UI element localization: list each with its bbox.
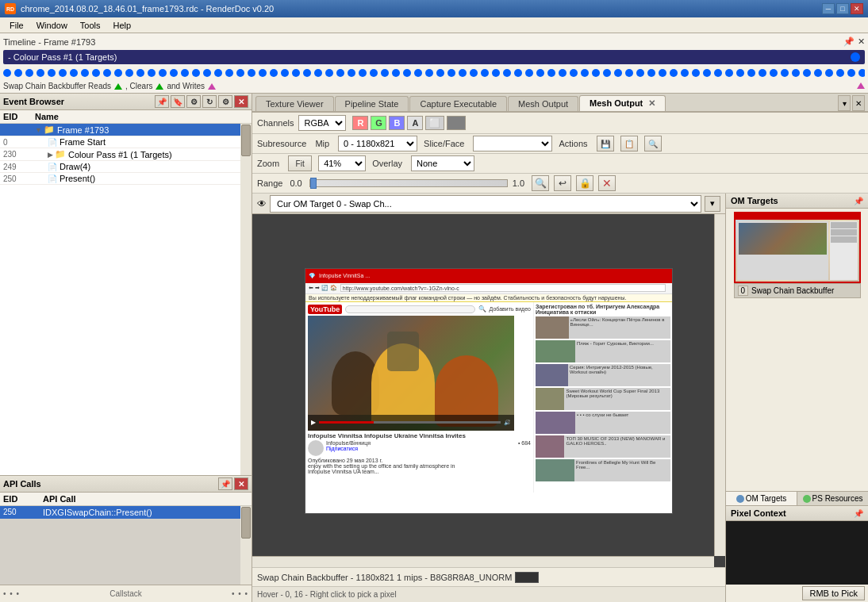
texture-hscroll[interactable] bbox=[252, 556, 714, 567]
yt-add-btn: Добавить видео bbox=[490, 306, 531, 312]
range-reset-button[interactable]: ↩ bbox=[554, 175, 571, 191]
tab-pipeline-state[interactable]: Pipeline State bbox=[335, 96, 409, 111]
range-search-button[interactable]: 🔍 bbox=[532, 175, 549, 191]
eb-refresh-button[interactable]: ↻ bbox=[202, 95, 217, 108]
timeline-dot bbox=[825, 69, 833, 77]
texture-info-text: Swap Chain Backbuffer - 1180x821 1 mips … bbox=[257, 573, 512, 582]
om-ps-tab-label: PS Resources bbox=[812, 494, 863, 503]
sidebar-thumb-2: Пляж - Горит Суровые, Виктории... bbox=[536, 340, 670, 362]
zoom-fit-button[interactable]: Fit bbox=[288, 155, 312, 171]
tree-item-draw4[interactable]: 249 📄 Draw(4) bbox=[0, 161, 240, 173]
menu-window[interactable]: Window bbox=[30, 20, 74, 31]
mip-select[interactable]: 0 - 1180x821 bbox=[338, 136, 417, 151]
timeline-panel: Timeline - Frame #1793 📌 ✕ - Colour Pass… bbox=[0, 33, 868, 94]
timeline-dots bbox=[3, 66, 865, 80]
tree-item-label: Frame Start bbox=[60, 137, 106, 147]
target-dropdown-select[interactable]: Cur OM Target 0 - Swap Ch... bbox=[270, 195, 701, 213]
channel-solid-button[interactable] bbox=[447, 116, 466, 130]
ac-close-button[interactable]: ✕ bbox=[234, 477, 248, 490]
address-text: ⬅ ➡ 🔄 🏠 bbox=[309, 285, 337, 291]
rmb-pick-button[interactable]: RMB to Pick bbox=[802, 586, 865, 600]
swapchain-reads-text: Swap Chain Backbuffer Reads bbox=[3, 82, 111, 90]
channel-grey-button[interactable]: ⬜ bbox=[425, 116, 444, 130]
om-thumb-content bbox=[735, 213, 859, 282]
om-thumb-image[interactable] bbox=[734, 212, 861, 283]
close-button[interactable]: ✕ bbox=[851, 3, 863, 14]
eb-close-button[interactable]: ✕ bbox=[234, 95, 248, 108]
api-item-present[interactable]: 250 IDXGISwapChain::Present() bbox=[0, 506, 240, 519]
api-calls-scrollbar[interactable] bbox=[240, 506, 252, 585]
tree-item-frame-start[interactable]: 0 📄 Frame Start bbox=[0, 136, 240, 148]
timeline-dot bbox=[348, 69, 355, 77]
range-track[interactable] bbox=[309, 179, 508, 187]
slice-select[interactable] bbox=[473, 136, 552, 151]
tab-texture-viewer[interactable]: Texture Viewer bbox=[255, 96, 334, 111]
eb-bookmark-button[interactable]: 🔖 bbox=[171, 95, 185, 108]
overlay-select[interactable]: None bbox=[411, 155, 474, 171]
timeline-dot bbox=[81, 69, 89, 77]
yt-search-icon: 🔍 bbox=[478, 305, 486, 313]
timeline-dot bbox=[14, 69, 22, 77]
timeline-dot bbox=[481, 69, 489, 77]
ac-pin-button[interactable]: 📌 bbox=[218, 477, 232, 490]
menu-help[interactable]: Help bbox=[107, 20, 138, 31]
event-browser-controls: 📌 🔖 ⚙ ↻ ⚙ ✕ bbox=[155, 95, 248, 108]
yt-main-content: YouTube 🔍 Добавить видео bbox=[305, 302, 672, 493]
api-tree-header: EID API Call bbox=[0, 493, 252, 506]
om-tab-targets[interactable]: OM Targets bbox=[726, 492, 797, 505]
texture-vscroll[interactable] bbox=[714, 214, 725, 556]
thumb-title-3: Серия: Интригуем 2012-2015 (Новые, Worko… bbox=[568, 364, 670, 386]
mini-thumb-2 bbox=[831, 229, 857, 236]
thumb-title-4: Sweet Workout World Cup Super Final 2013… bbox=[564, 388, 670, 410]
progress-fill bbox=[319, 421, 374, 424]
tab-capture-executable[interactable]: Capture Executable bbox=[409, 96, 507, 111]
timeline-dot bbox=[125, 69, 133, 77]
mini-thumb-3 bbox=[831, 236, 857, 243]
eb-pin-button[interactable]: 📌 bbox=[155, 95, 169, 108]
tab-mesh-output-1[interactable]: Mesh Output bbox=[508, 96, 578, 111]
timeline-pin[interactable]: 📌 bbox=[843, 36, 855, 47]
tree-item-indent: 📄 Frame Start bbox=[35, 137, 106, 147]
menu-file[interactable]: File bbox=[3, 20, 30, 31]
eb-filter-button[interactable]: ⚙ bbox=[186, 95, 201, 108]
sidebar-thumb-5: • • • со слухи не бывает bbox=[536, 412, 670, 434]
pixel-context-title: Pixel Context bbox=[731, 508, 786, 518]
range-lock-button[interactable]: 🔒 bbox=[576, 175, 593, 191]
zoom-select[interactable]: 41% bbox=[318, 155, 366, 171]
om-tab-ps-resources[interactable]: PS Resources bbox=[797, 492, 868, 505]
eb-settings-button[interactable]: ⚙ bbox=[218, 95, 232, 108]
timeline-dot bbox=[836, 69, 844, 77]
menu-tools[interactable]: Tools bbox=[74, 20, 107, 31]
tab-close-all-button[interactable]: ✕ bbox=[852, 95, 865, 111]
om-pin-icon[interactable]: 📌 bbox=[854, 197, 863, 205]
minimize-button[interactable]: ─ bbox=[822, 3, 835, 14]
tree-item-present[interactable]: 250 📄 Present() bbox=[0, 173, 240, 185]
channel-b-button[interactable]: B bbox=[389, 116, 405, 130]
maximize-button[interactable]: □ bbox=[836, 3, 849, 14]
copy-action-button[interactable]: 📋 bbox=[620, 136, 638, 151]
timeline-dot bbox=[403, 69, 411, 77]
tree-item-colour-pass[interactable]: 230 ▶ 📁 Colour Pass #1 (1 Targets) bbox=[0, 148, 240, 161]
pixel-context-pin[interactable]: 📌 bbox=[854, 509, 863, 518]
warning-bar: Вы используете неподдерживаемый флаг ком… bbox=[305, 294, 672, 302]
event-browser-scrollbar[interactable] bbox=[240, 124, 252, 475]
save-action-button[interactable]: 💾 bbox=[597, 136, 614, 151]
zoom-fit-action-button[interactable]: 🔍 bbox=[644, 136, 662, 151]
tree-item-frame1793[interactable]: ▼ 📁 Frame #1793 bbox=[0, 124, 240, 136]
actions-label: Actions bbox=[559, 139, 587, 148]
tab-overflow-button[interactable]: ▾ bbox=[838, 95, 851, 111]
tab-close-icon[interactable]: ✕ bbox=[648, 98, 655, 108]
timeline-dot bbox=[36, 69, 44, 77]
channel-g-button[interactable]: G bbox=[371, 116, 386, 130]
timeline-dot bbox=[447, 69, 455, 77]
color-swatch bbox=[515, 572, 539, 583]
channels-select[interactable]: RGBA bbox=[298, 115, 346, 131]
target-dropdown-arrow[interactable]: ▾ bbox=[705, 196, 720, 212]
timeline-close-btn[interactable]: ✕ bbox=[858, 36, 865, 47]
range-export-button[interactable]: ✕ bbox=[598, 175, 616, 191]
channel-r-button[interactable]: R bbox=[352, 116, 368, 130]
channel-a-button[interactable]: A bbox=[407, 116, 423, 130]
timeline-dot bbox=[381, 69, 389, 77]
tab-mesh-output-2[interactable]: Mesh Output ✕ bbox=[579, 95, 666, 111]
texture-image-area[interactable]: 💎 Infopulse VinnitSa ... ⬅ ➡ 🔄 🏠 http://… bbox=[252, 214, 725, 567]
